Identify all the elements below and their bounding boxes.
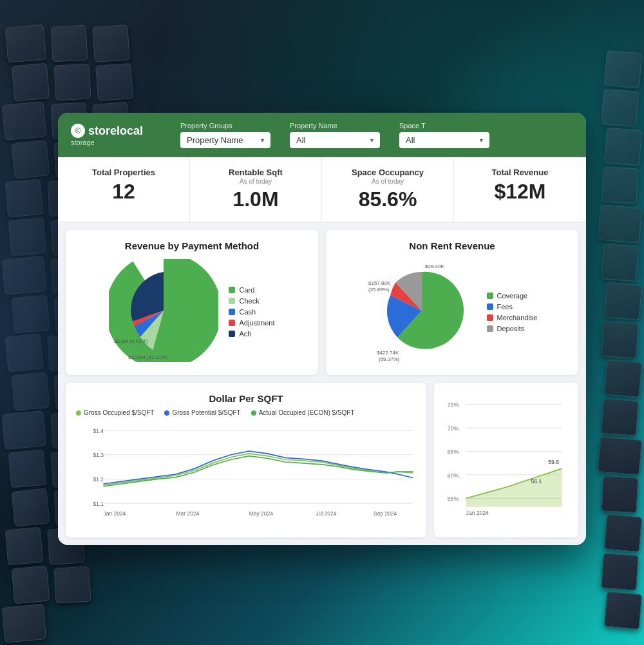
legend-deposits: Deposits	[487, 325, 538, 332]
filter1-select-wrapper[interactable]: Property Name	[180, 132, 270, 148]
space-occupancy-sublabel: As of today	[335, 178, 440, 185]
non-rent-ann3: $422.74K	[377, 350, 399, 356]
rentable-sqft-label: Rentable Sqft	[203, 168, 308, 177]
stat-total-revenue: Total Revenue $12M	[454, 157, 586, 222]
revenue-chart-title: Revenue by Payment Method	[76, 240, 308, 251]
line-actual-occupied	[103, 456, 413, 486]
legend-card-label: Card	[239, 286, 254, 294]
right-y-70: 70%	[448, 425, 459, 432]
filter1-label: Property Groups	[180, 122, 270, 130]
y-label-1.3: $1.3	[93, 452, 104, 458]
legend-cash: Cash	[229, 308, 274, 316]
charts-row: Revenue by Payment Method	[58, 222, 586, 383]
legend-merchandise: Merchandise	[487, 314, 538, 322]
legend-merchandise-dot	[487, 314, 493, 321]
legend-adjustment-label: Adjustment	[239, 319, 274, 327]
x-label-jul: Jul 2024	[316, 510, 336, 517]
legend-merchandise-label: Merchandise	[497, 314, 538, 322]
y-label-1.4: $1.4	[93, 428, 104, 434]
filter2-label: Property Name	[290, 122, 380, 130]
line-chart-svg: $1.4 $1.3 $1.2 $1.1 Jan 2024 Mar 2024 Ma…	[76, 421, 416, 525]
total-properties-label: Total Properties	[71, 168, 176, 177]
stats-row: Total Properties 12 Rentable Sqft As of …	[58, 157, 586, 222]
right-chart-svg: 75% 70% 65% 60% 55% 59.6 56.1 J	[444, 393, 568, 522]
legend-ach-dot	[229, 331, 235, 337]
non-rent-pie-area: $28.40K $157.80K (25.89%) $422.74K (69.3…	[336, 259, 568, 365]
x-label-sep: Sep 2024	[374, 510, 397, 517]
legend-ach: Ach	[229, 330, 274, 338]
y-label-1.1: $1.1	[93, 501, 104, 507]
non-rent-ann2: $157.80K	[368, 280, 391, 286]
stat-space-occupancy: Space Occupancy As of today 85.6%	[322, 157, 454, 222]
filter2-select[interactable]: All	[290, 132, 380, 148]
revenue-pie-area: $0.5M (4.61%) $10.8M (91.11%) Card Check	[76, 259, 308, 365]
revenue-pie-svg: $0.5M (4.61%) $10.8M (91.11%)	[109, 259, 218, 362]
non-rent-legend: Coverage Fees Merchandise Deposits	[487, 292, 538, 332]
line-chart-legend: Gross Occupied $/SQFT Gross Potential $/…	[76, 409, 416, 416]
legend-adjustment-dot	[229, 320, 235, 326]
filter2-select-wrapper[interactable]: All	[290, 132, 380, 148]
legend-deposits-dot	[487, 325, 493, 332]
legend-adjustment: Adjustment	[229, 319, 274, 327]
legend-card-dot	[229, 287, 235, 293]
total-revenue-value: $12M	[467, 180, 573, 204]
revenue-annotation1: $0.5M (4.61%)	[114, 338, 148, 344]
filter3-select-wrapper[interactable]: All	[399, 132, 489, 148]
legend-gross-occupied-label: Gross Occupied $/SQFT	[84, 409, 154, 416]
non-rent-chart-title: Non Rent Revenue	[336, 240, 568, 251]
revenue-chart-card: Revenue by Payment Method	[66, 230, 318, 375]
revenue-pie-wrapper: $0.5M (4.61%) $10.8M (91.11%)	[109, 259, 218, 365]
legend-cash-label: Cash	[239, 308, 256, 316]
non-rent-ann3b: (69.37%)	[379, 356, 400, 362]
revenue-legend: Card Check Cash Adjustment	[229, 286, 274, 338]
line-chart-card: Dollar Per SQFT Gross Occupied $/SQFT Gr…	[66, 383, 426, 537]
legend-actual-occupied: Actual Occupied (ECON) $/SQFT	[251, 409, 355, 416]
stat-total-properties: Total Properties 12	[58, 157, 190, 222]
legend-actual-occupied-label: Actual Occupied (ECON) $/SQFT	[259, 409, 355, 416]
legend-coverage-label: Coverage	[497, 292, 528, 300]
filter3-select[interactable]: All	[399, 132, 489, 148]
legend-fees: Fees	[487, 303, 538, 311]
right-y-55: 55%	[448, 496, 459, 502]
total-properties-value: 12	[71, 180, 176, 204]
x-label-may: May 2024	[249, 510, 273, 517]
header: © storelocal storage Property Groups Pro…	[58, 113, 586, 157]
legend-gross-potential-dot	[164, 410, 169, 416]
space-occupancy-label: Space Occupancy	[335, 168, 440, 177]
legend-check: Check	[229, 297, 274, 305]
logo-sub: storage	[71, 139, 95, 146]
logo-area: © storelocal storage	[71, 124, 161, 146]
filter-group-3: Space T All	[399, 122, 489, 148]
right-chart-card: 75% 70% 65% 60% 55% 59.6 56.1 J	[434, 383, 578, 537]
legend-coverage: Coverage	[487, 292, 538, 300]
legend-gross-potential: Gross Potential $/SQFT	[164, 409, 240, 416]
logo-brand: © storelocal	[71, 124, 143, 138]
line-chart-title: Dollar Per SQFT	[76, 393, 416, 404]
logo-icon: ©	[71, 124, 85, 138]
y-label-1.2: $1.2	[93, 476, 104, 483]
rentable-sqft-sublabel: As of today	[203, 178, 308, 185]
legend-cash-dot	[229, 309, 235, 315]
non-rent-ann1: $28.40K	[425, 264, 444, 269]
filter1-select[interactable]: Property Name	[180, 132, 270, 148]
filter3-label: Space T	[399, 122, 489, 130]
filter-group-2: Property Name All	[290, 122, 380, 148]
legend-deposits-label: Deposits	[497, 325, 525, 332]
right-val-56: 56.1	[531, 478, 542, 485]
x-label-jan: Jan 2024	[103, 510, 126, 517]
legend-check-label: Check	[239, 297, 259, 305]
stat-rentable-sqft: Rentable Sqft As of today 1.0M	[190, 157, 322, 222]
legend-ach-label: Ach	[239, 330, 251, 338]
legend-coverage-dot	[487, 293, 493, 299]
right-x-jan: Jan 2024	[466, 510, 489, 516]
right-y-65: 65%	[448, 448, 459, 455]
space-occupancy-value: 85.6%	[335, 188, 440, 211]
bottom-section: Dollar Per SQFT Gross Occupied $/SQFT Gr…	[58, 383, 586, 545]
right-area-fill	[466, 468, 562, 507]
x-label-mar: Mar 2024	[176, 510, 200, 517]
dashboard-container: © storelocal storage Property Groups Pro…	[58, 113, 586, 545]
revenue-annotation2: $10.8M (91.11%)	[128, 354, 168, 360]
legend-fees-dot	[487, 303, 493, 310]
legend-check-dot	[229, 298, 235, 304]
non-rent-chart-card: Non Rent Revenue	[326, 230, 578, 375]
